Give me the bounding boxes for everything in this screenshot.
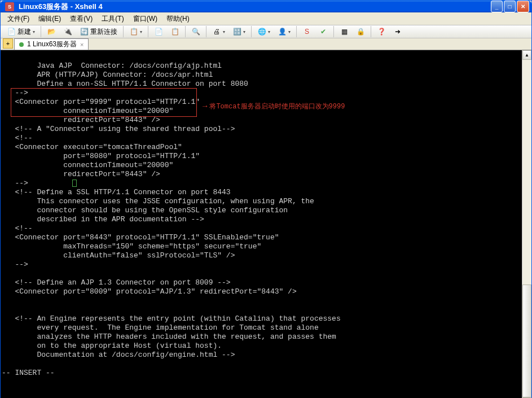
window-title: Linux63服务器 - Xshell 4 [19,2,491,12]
separator [206,26,206,37]
font-button[interactable]: 🔠▾ [230,25,248,38]
menu-tools[interactable]: 工具(T) [98,13,127,25]
exit-icon: ➜ [393,27,402,36]
content-area: Java AJP Connector: /docs/config/ajp.htm… [1,50,531,398]
check-icon: ✔ [319,27,328,36]
print-button[interactable]: 🖨▾ [209,25,228,38]
print-icon: 🖨 [212,27,221,36]
menu-file[interactable]: 文件(F) [4,13,33,25]
user-icon: 👤 [278,27,287,36]
terminal-line: connectionTimeout="20000" [2,161,173,169]
help-button[interactable]: ❓ [374,25,389,38]
scrollbar[interactable]: ▲ ▼ [522,50,531,398]
cursor-icon [72,180,77,187]
paste-button[interactable]: 📋 [168,25,182,38]
separator [251,26,252,37]
help-icon: ❓ [377,27,386,36]
terminal-line: <Connector port="8009" protocol="AJP/1.3… [2,287,297,296]
reconnect-icon: 🔄 [80,27,89,36]
terminal-line: maxThreads="150" scheme="https" secure="… [2,242,261,251]
script-button[interactable]: S [300,25,314,38]
paste-icon: 📋 [170,27,179,36]
scroll-track[interactable] [522,60,531,397]
separator [148,26,148,37]
open-button[interactable]: 📂 [44,25,59,38]
disconnect-button[interactable]: 🔌 [60,25,75,38]
disconnect-icon: 🔌 [63,27,72,36]
terminal-line: redirectPort="8443" /> [2,116,160,124]
terminal-line: connector should be using the OpenSSL st… [2,206,288,215]
copy-button[interactable]: 📄 [151,25,166,38]
terminal[interactable]: Java AJP Connector: /docs/config/ajp.htm… [1,50,522,398]
user-button[interactable]: 👤▾ [275,25,293,38]
search-icon: 🔍 [191,27,200,36]
menu-help[interactable]: 帮助(H) [163,13,193,25]
script-icon: S [302,27,311,36]
terminal-line: connectionTimeout="20000" [2,107,173,115]
close-button[interactable]: ✕ [517,1,529,12]
terminal-line: described in the APR documentation --> [2,215,204,224]
scroll-thumb[interactable] [522,285,531,397]
app-icon: S [5,2,14,11]
globe-button[interactable]: 🌐▾ [254,25,273,38]
window-controls: _ □ ✕ [491,1,529,12]
terminal-line: analyzes the HTTP headers included with … [2,333,336,341]
terminal-line: Documentation at /docs/config/engine.htm… [2,351,235,359]
terminal-line: clientAuth="false" sslProtocol="TLS" /> [2,251,235,260]
copy-icon: 📄 [154,27,163,36]
profiles-button[interactable]: 📋▾ [126,25,145,38]
menubar: 文件(F) 编辑(E) 查看(V) 工具(T) 窗口(W) 帮助(H) [1,13,531,25]
new-icon: 📄 [7,27,16,36]
tabbar: + 1 Linux63服务器 × [1,38,531,50]
app-window: S Linux63服务器 - Xshell 4 _ □ ✕ 文件(F) 编辑(E… [0,0,532,398]
terminal-line: <Connector port="8443" protocol="HTTP/1.… [2,233,279,242]
separator [296,26,297,37]
chevron-down-icon: ▾ [268,29,270,34]
terminal-line: <!-- An Engine represents the entry poin… [2,314,341,323]
separator [185,26,186,37]
maximize-button[interactable]: □ [504,1,516,12]
minimize-button[interactable]: _ [491,1,503,12]
chevron-down-icon: ▾ [140,29,142,34]
status-dot-icon [19,42,24,47]
menu-window[interactable]: 窗口(W) [130,13,161,25]
reconnect-button[interactable]: 🔄重新连接 [77,25,120,38]
chevron-down-icon: ▾ [288,29,291,34]
terminal-line: Java AJP Connector: /docs/config/ajp.htm… [2,62,222,70]
terminal-line: --> [2,179,77,187]
terminal-line: <Connector port="9999" protocol="HTTP/1.… [2,98,200,106]
titlebar[interactable]: S Linux63服务器 - Xshell 4 _ □ ✕ [1,1,531,12]
menu-edit[interactable]: 编辑(E) [35,13,64,25]
terminal-line: --> [2,260,28,269]
separator [333,26,334,37]
add-tab-button[interactable]: + [3,38,13,49]
find-button[interactable]: 🔍 [188,25,203,38]
new-button[interactable]: 📄新建▾ [4,25,38,38]
terminal-line: This connector uses the JSSE configurati… [2,197,314,205]
terminal-line: <!-- [2,134,33,142]
terminal-line: every request. The Engine implementation… [2,323,319,332]
menu-view[interactable]: 查看(V) [67,13,96,25]
scroll-up-button[interactable]: ▲ [522,50,531,60]
tab-session[interactable]: 1 Linux63服务器 × [14,38,89,50]
globe-icon: 🌐 [257,27,266,36]
terminal-line: port="8080" protocol="HTTP/1.1" [2,152,200,160]
profiles-icon: 📋 [129,27,138,36]
terminal-line: APR (HTTP/AJP) Connector: /docs/apr.html [2,71,213,79]
terminal-line: <!-- A "Connector" using the shared thre… [2,125,235,133]
check-button[interactable]: ✔ [316,25,331,38]
tab-label: 1 Linux63服务器 [27,40,77,49]
separator [41,26,41,37]
annotation-text: 将Tomcat服务器启动时使用的端口改为9999 [203,102,345,111]
folder-icon: 📂 [47,27,56,36]
terminal-line: <!-- Define a SSL HTTP/1.1 Connector on … [2,188,231,196]
chevron-down-icon: ▾ [223,29,225,34]
tab-close-button[interactable]: × [80,41,83,48]
terminal-line: on to the appropriate Host (virtual host… [2,342,222,350]
separator [123,26,124,37]
exit-button[interactable]: ➜ [390,25,405,38]
chevron-down-icon: ▾ [243,29,245,34]
lock-button[interactable]: 🔒 [353,25,368,38]
terminal-line: Define a non-SSL HTTP/1.1 Connector on p… [2,80,248,88]
grid-button[interactable]: ▦ [337,25,351,38]
